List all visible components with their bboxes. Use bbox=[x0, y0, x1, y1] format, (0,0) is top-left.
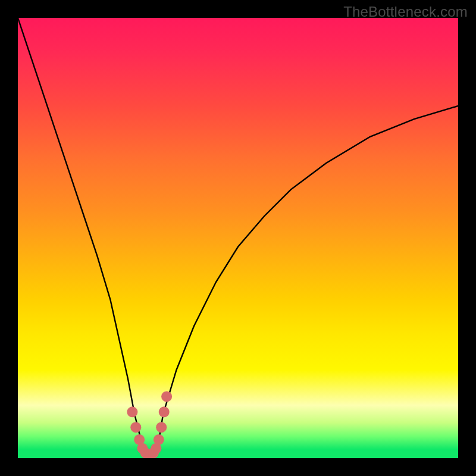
chart-frame: TheBottleneck.com bbox=[0, 0, 476, 476]
marker-dot bbox=[161, 391, 172, 402]
watermark-text: TheBottleneck.com bbox=[343, 4, 468, 20]
highlight-markers bbox=[127, 391, 172, 458]
marker-dot bbox=[156, 422, 167, 433]
marker-dot bbox=[154, 434, 164, 445]
marker-dot bbox=[130, 422, 141, 433]
marker-dot bbox=[127, 406, 137, 417]
plot-area bbox=[18, 18, 458, 458]
chart-svg bbox=[18, 18, 458, 458]
bottleneck-curve bbox=[18, 18, 458, 458]
marker-dot bbox=[159, 406, 170, 417]
